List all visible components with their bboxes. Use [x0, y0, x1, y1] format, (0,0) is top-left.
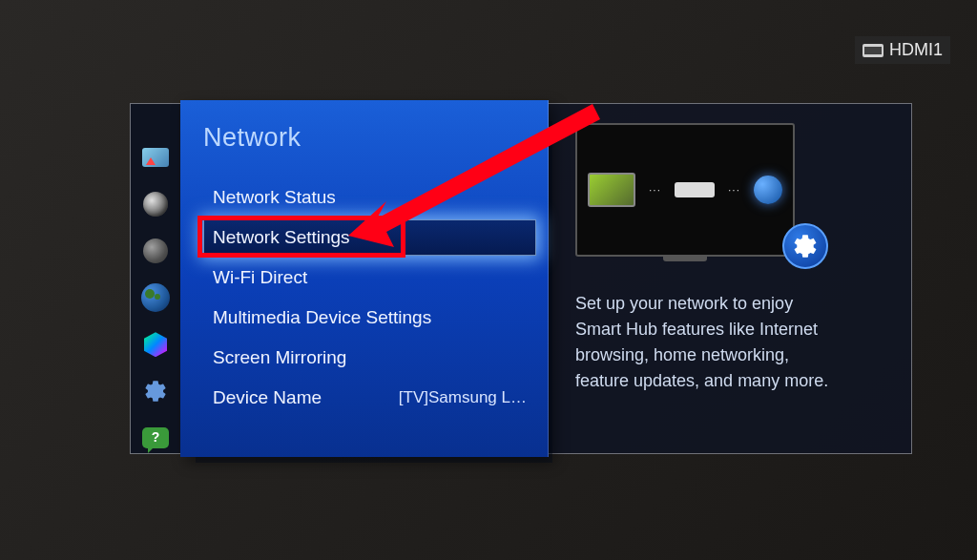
menu-item-label: Screen Mirroring [213, 347, 346, 368]
preview-router-icon [675, 182, 715, 197]
smart-features-icon[interactable] [140, 330, 171, 360]
info-description: Set up your network to enjoy Smart Hub f… [575, 291, 833, 394]
picture-icon[interactable] [140, 142, 171, 172]
network-icon[interactable] [140, 282, 171, 312]
preview-monitor-icon [588, 173, 635, 207]
menu-item-device-name[interactable]: Device Name [TV]Samsung L… [203, 380, 536, 416]
preview-tv-icon: ··· ··· [575, 123, 795, 257]
preview-dots-icon: ··· [649, 183, 661, 197]
menu-item-label: Network Settings [213, 227, 350, 248]
menu-item-multimedia-device-settings[interactable]: Multimedia Device Settings [203, 300, 536, 336]
menu-item-screen-mirroring[interactable]: Screen Mirroring [203, 340, 536, 376]
system-icon[interactable] [140, 377, 171, 406]
sound-icon[interactable] [140, 189, 171, 218]
settings-menu: ? Network Network Status Network Setting… [130, 103, 912, 454]
preview-dots-icon: ··· [728, 183, 740, 197]
info-panel: ··· ··· Set up your network to enjoy Sma… [549, 104, 911, 453]
preview-globe-icon [754, 176, 782, 204]
tv-screen: HDMI1 ? Network Network Status Network S… [0, 0, 977, 560]
hdmi-icon [863, 44, 883, 57]
support-icon[interactable]: ? [140, 424, 171, 453]
panel-title: Network [203, 123, 536, 153]
menu-item-value: [TV]Samsung L… [399, 388, 527, 407]
input-source-label: HDMI1 [889, 40, 943, 60]
menu-item-network-settings[interactable]: Network Settings [203, 219, 536, 256]
menu-item-label: Device Name [213, 387, 322, 408]
menu-item-wifi-direct[interactable]: Wi-Fi Direct [203, 259, 536, 296]
input-source-badge: HDMI1 [855, 36, 950, 64]
menu-item-label: Multimedia Device Settings [213, 307, 431, 328]
sidebar: ? [131, 104, 180, 453]
menu-item-label: Wi-Fi Direct [213, 267, 307, 288]
menu-item-network-status[interactable]: Network Status [203, 179, 536, 216]
gear-badge-icon [782, 223, 828, 269]
broadcast-icon[interactable] [140, 236, 171, 265]
preview-illustration: ··· ··· [575, 123, 823, 264]
main-panel: Network Network Status Network Settings … [180, 100, 549, 457]
menu-item-label: Network Status [213, 187, 336, 208]
